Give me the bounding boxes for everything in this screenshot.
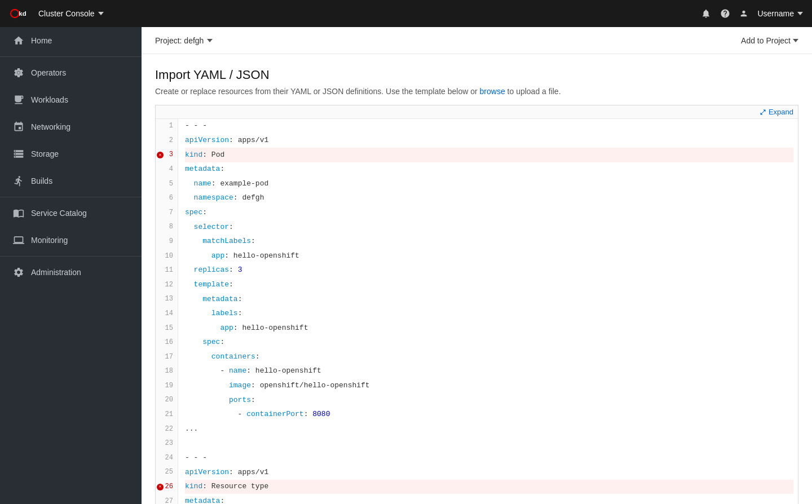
- code-line-27: metadata:: [185, 494, 793, 504]
- sidebar: Home Operators Workloads Networking Stor…: [0, 27, 142, 504]
- line-num-19: 19: [156, 379, 178, 394]
- code-line-21: - containerPort: 8080: [185, 408, 793, 422]
- code-line-11: replicas: 3: [185, 263, 793, 278]
- code-lines[interactable]: - - - apiVersion: apps/v1 kind: Pod meta…: [178, 119, 798, 504]
- code-line-4: metadata:: [185, 162, 793, 177]
- line-num-11: 11: [156, 263, 178, 278]
- line-num-13: 13: [156, 292, 178, 307]
- line-num-8: 8: [156, 220, 178, 235]
- workloads-icon: [13, 94, 24, 105]
- sidebar-item-storage[interactable]: Storage: [0, 140, 142, 167]
- administration-icon: [13, 267, 24, 278]
- page-description: Create or replace resources from their Y…: [155, 87, 798, 96]
- line-num-21: 21: [156, 408, 178, 422]
- expand-label: Expand: [769, 108, 793, 116]
- line-num-16: 16: [156, 335, 178, 350]
- description-suffix: to upload a file.: [508, 87, 561, 96]
- code-line-15: app: hello-openshift: [185, 321, 793, 335]
- browse-link[interactable]: browse: [480, 87, 505, 96]
- svg-point-0: [11, 10, 19, 17]
- code-line-13: metadata:: [185, 292, 793, 307]
- code-area[interactable]: 1 2 3 4 5 6 7 8 9 10 11 12 13 14 15: [156, 119, 798, 504]
- code-line-16: spec:: [185, 335, 793, 350]
- page-title: Import YAML / JSON: [155, 68, 798, 82]
- monitoring-icon: [13, 235, 24, 246]
- builds-icon: [13, 175, 24, 187]
- line-num-17: 17: [156, 350, 178, 365]
- code-line-3: kind: Pod: [185, 148, 793, 162]
- sidebar-item-administration[interactable]: Administration: [0, 259, 142, 286]
- line-num-5: 5: [156, 176, 178, 191]
- sidebar-item-label: Storage: [31, 149, 59, 158]
- sidebar-item-label: Networking: [31, 122, 70, 131]
- sidebar-item-label: Operators: [31, 68, 66, 77]
- sidebar-item-label: Builds: [31, 176, 52, 185]
- sidebar-item-service-catalog[interactable]: Service Catalog: [0, 200, 142, 227]
- page-body: Import YAML / JSON Create or replace res…: [142, 54, 812, 504]
- line-num-24: 24: [156, 451, 178, 466]
- sidebar-item-monitoring[interactable]: Monitoring: [0, 227, 142, 254]
- code-line-1: - - -: [185, 119, 793, 134]
- home-icon: [13, 35, 24, 46]
- top-nav: kd Cluster Console Username: [0, 0, 812, 27]
- editor-toolbar: Expand: [156, 105, 798, 119]
- project-selector[interactable]: Project: defgh: [155, 36, 213, 45]
- code-line-26: kind: Resource type: [185, 480, 793, 494]
- line-num-10: 10: [156, 249, 178, 263]
- code-line-8: selector:: [185, 220, 793, 235]
- code-line-2: apiVersion: apps/v1: [185, 134, 793, 148]
- cluster-console-button[interactable]: Cluster Console: [38, 9, 104, 18]
- sidebar-item-home[interactable]: Home: [0, 27, 142, 54]
- line-num-9: 9: [156, 235, 178, 249]
- sidebar-item-label: Home: [31, 36, 52, 45]
- line-num-23: 23: [156, 436, 178, 451]
- line-num-20: 20: [156, 393, 178, 408]
- notification-icon[interactable]: [701, 8, 711, 19]
- code-line-17: containers:: [185, 350, 793, 365]
- line-num-12: 12: [156, 278, 178, 293]
- sidebar-item-label: Workloads: [31, 95, 68, 104]
- line-num-6: 6: [156, 191, 178, 206]
- code-line-6: namespace: defgh: [185, 191, 793, 206]
- sidebar-item-label: Administration: [31, 268, 81, 277]
- sidebar-item-operators[interactable]: Operators: [0, 59, 142, 86]
- main-content: Project: defgh Add to Project Import YAM…: [142, 27, 812, 504]
- sidebar-item-builds[interactable]: Builds: [0, 167, 142, 194]
- operators-icon: [13, 67, 24, 78]
- line-num-1: 1: [156, 119, 178, 134]
- code-line-10: app: hello-openshift: [185, 249, 793, 263]
- sidebar-item-workloads[interactable]: Workloads: [0, 86, 142, 113]
- networking-icon: [13, 121, 24, 132]
- code-line-22: ...: [185, 422, 793, 436]
- catalog-icon: [13, 207, 24, 219]
- storage-icon: [13, 148, 24, 160]
- code-line-19: image: openshift/hello-openshift: [185, 379, 793, 394]
- project-label: Project: defgh: [155, 36, 204, 45]
- nav-right: Username: [701, 8, 803, 19]
- expand-button[interactable]: Expand: [760, 108, 793, 116]
- line-num-22: 22: [156, 422, 178, 436]
- code-line-23: [185, 436, 793, 451]
- line-num-26: 26: [156, 480, 178, 494]
- line-num-25: 25: [156, 465, 178, 480]
- yaml-editor: Expand 1 2 3 4 5 6 7 8 9 10 11: [155, 105, 798, 504]
- line-num-18: 18: [156, 364, 178, 379]
- code-line-18: - name: hello-openshift: [185, 364, 793, 379]
- line-num-2: 2: [156, 134, 178, 148]
- line-num-3: 3: [156, 148, 178, 162]
- code-line-24: - - -: [185, 451, 793, 466]
- sidebar-item-label: Service Catalog: [31, 209, 87, 218]
- add-to-project-button[interactable]: Add to Project: [741, 36, 798, 45]
- code-line-7: spec:: [185, 206, 793, 220]
- code-line-14: labels:: [185, 307, 793, 321]
- line-num-27: 27: [156, 494, 178, 504]
- code-line-12: template:: [185, 278, 793, 293]
- svg-text:kd: kd: [19, 10, 26, 17]
- sidebar-item-networking[interactable]: Networking: [0, 113, 142, 140]
- user-label: Username: [757, 9, 794, 18]
- line-num-15: 15: [156, 321, 178, 335]
- help-icon[interactable]: [720, 8, 730, 19]
- code-line-20: ports:: [185, 393, 793, 408]
- sub-header: Project: defgh Add to Project: [142, 27, 812, 54]
- user-menu-button[interactable]: Username: [757, 9, 803, 18]
